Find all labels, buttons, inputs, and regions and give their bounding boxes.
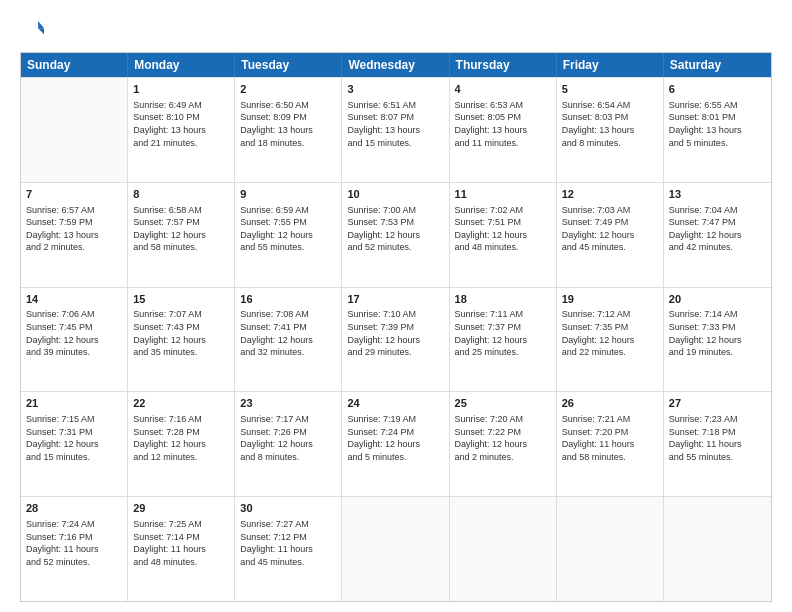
day-number: 9 bbox=[240, 187, 336, 202]
calendar-row-2: 14Sunrise: 7:06 AM Sunset: 7:45 PM Dayli… bbox=[21, 287, 771, 392]
day-number: 10 bbox=[347, 187, 443, 202]
page: SundayMondayTuesdayWednesdayThursdayFrid… bbox=[0, 0, 792, 612]
svg-marker-0 bbox=[38, 21, 44, 28]
calendar-cell: 5Sunrise: 6:54 AM Sunset: 8:03 PM Daylig… bbox=[557, 78, 664, 182]
header-day-thursday: Thursday bbox=[450, 53, 557, 77]
calendar-cell bbox=[450, 497, 557, 601]
day-number: 28 bbox=[26, 501, 122, 516]
cell-details: Sunrise: 7:02 AM Sunset: 7:51 PM Dayligh… bbox=[455, 204, 551, 254]
day-number: 12 bbox=[562, 187, 658, 202]
day-number: 17 bbox=[347, 292, 443, 307]
calendar-cell: 23Sunrise: 7:17 AM Sunset: 7:26 PM Dayli… bbox=[235, 392, 342, 496]
calendar-cell: 17Sunrise: 7:10 AM Sunset: 7:39 PM Dayli… bbox=[342, 288, 449, 392]
calendar-cell: 1Sunrise: 6:49 AM Sunset: 8:10 PM Daylig… bbox=[128, 78, 235, 182]
cell-details: Sunrise: 6:57 AM Sunset: 7:59 PM Dayligh… bbox=[26, 204, 122, 254]
calendar-cell bbox=[21, 78, 128, 182]
calendar-cell: 25Sunrise: 7:20 AM Sunset: 7:22 PM Dayli… bbox=[450, 392, 557, 496]
cell-details: Sunrise: 7:08 AM Sunset: 7:41 PM Dayligh… bbox=[240, 308, 336, 358]
calendar-cell: 16Sunrise: 7:08 AM Sunset: 7:41 PM Dayli… bbox=[235, 288, 342, 392]
calendar-cell: 9Sunrise: 6:59 AM Sunset: 7:55 PM Daylig… bbox=[235, 183, 342, 287]
cell-details: Sunrise: 7:10 AM Sunset: 7:39 PM Dayligh… bbox=[347, 308, 443, 358]
day-number: 29 bbox=[133, 501, 229, 516]
day-number: 16 bbox=[240, 292, 336, 307]
cell-details: Sunrise: 6:59 AM Sunset: 7:55 PM Dayligh… bbox=[240, 204, 336, 254]
calendar-row-0: 1Sunrise: 6:49 AM Sunset: 8:10 PM Daylig… bbox=[21, 77, 771, 182]
calendar-cell: 7Sunrise: 6:57 AM Sunset: 7:59 PM Daylig… bbox=[21, 183, 128, 287]
header-day-saturday: Saturday bbox=[664, 53, 771, 77]
day-number: 7 bbox=[26, 187, 122, 202]
header-day-sunday: Sunday bbox=[21, 53, 128, 77]
day-number: 11 bbox=[455, 187, 551, 202]
calendar-cell: 8Sunrise: 6:58 AM Sunset: 7:57 PM Daylig… bbox=[128, 183, 235, 287]
day-number: 22 bbox=[133, 396, 229, 411]
day-number: 6 bbox=[669, 82, 766, 97]
calendar-cell: 6Sunrise: 6:55 AM Sunset: 8:01 PM Daylig… bbox=[664, 78, 771, 182]
calendar-cell: 21Sunrise: 7:15 AM Sunset: 7:31 PM Dayli… bbox=[21, 392, 128, 496]
calendar-cell: 26Sunrise: 7:21 AM Sunset: 7:20 PM Dayli… bbox=[557, 392, 664, 496]
calendar-cell: 22Sunrise: 7:16 AM Sunset: 7:28 PM Dayli… bbox=[128, 392, 235, 496]
cell-details: Sunrise: 7:23 AM Sunset: 7:18 PM Dayligh… bbox=[669, 413, 766, 463]
header bbox=[20, 18, 772, 44]
calendar-row-3: 21Sunrise: 7:15 AM Sunset: 7:31 PM Dayli… bbox=[21, 391, 771, 496]
cell-details: Sunrise: 7:21 AM Sunset: 7:20 PM Dayligh… bbox=[562, 413, 658, 463]
day-number: 24 bbox=[347, 396, 443, 411]
cell-details: Sunrise: 7:04 AM Sunset: 7:47 PM Dayligh… bbox=[669, 204, 766, 254]
calendar-cell bbox=[664, 497, 771, 601]
cell-details: Sunrise: 7:25 AM Sunset: 7:14 PM Dayligh… bbox=[133, 518, 229, 568]
day-number: 20 bbox=[669, 292, 766, 307]
cell-details: Sunrise: 6:49 AM Sunset: 8:10 PM Dayligh… bbox=[133, 99, 229, 149]
cell-details: Sunrise: 7:27 AM Sunset: 7:12 PM Dayligh… bbox=[240, 518, 336, 568]
cell-details: Sunrise: 7:14 AM Sunset: 7:33 PM Dayligh… bbox=[669, 308, 766, 358]
calendar: SundayMondayTuesdayWednesdayThursdayFrid… bbox=[20, 52, 772, 602]
cell-details: Sunrise: 6:58 AM Sunset: 7:57 PM Dayligh… bbox=[133, 204, 229, 254]
calendar-cell: 13Sunrise: 7:04 AM Sunset: 7:47 PM Dayli… bbox=[664, 183, 771, 287]
day-number: 30 bbox=[240, 501, 336, 516]
day-number: 8 bbox=[133, 187, 229, 202]
day-number: 21 bbox=[26, 396, 122, 411]
cell-details: Sunrise: 7:20 AM Sunset: 7:22 PM Dayligh… bbox=[455, 413, 551, 463]
day-number: 18 bbox=[455, 292, 551, 307]
cell-details: Sunrise: 7:19 AM Sunset: 7:24 PM Dayligh… bbox=[347, 413, 443, 463]
cell-details: Sunrise: 7:07 AM Sunset: 7:43 PM Dayligh… bbox=[133, 308, 229, 358]
day-number: 2 bbox=[240, 82, 336, 97]
header-day-friday: Friday bbox=[557, 53, 664, 77]
header-day-wednesday: Wednesday bbox=[342, 53, 449, 77]
calendar-cell: 3Sunrise: 6:51 AM Sunset: 8:07 PM Daylig… bbox=[342, 78, 449, 182]
day-number: 13 bbox=[669, 187, 766, 202]
cell-details: Sunrise: 7:16 AM Sunset: 7:28 PM Dayligh… bbox=[133, 413, 229, 463]
header-day-monday: Monday bbox=[128, 53, 235, 77]
day-number: 26 bbox=[562, 396, 658, 411]
day-number: 19 bbox=[562, 292, 658, 307]
cell-details: Sunrise: 6:55 AM Sunset: 8:01 PM Dayligh… bbox=[669, 99, 766, 149]
cell-details: Sunrise: 7:00 AM Sunset: 7:53 PM Dayligh… bbox=[347, 204, 443, 254]
calendar-cell: 20Sunrise: 7:14 AM Sunset: 7:33 PM Dayli… bbox=[664, 288, 771, 392]
calendar-body: 1Sunrise: 6:49 AM Sunset: 8:10 PM Daylig… bbox=[21, 77, 771, 601]
cell-details: Sunrise: 7:11 AM Sunset: 7:37 PM Dayligh… bbox=[455, 308, 551, 358]
calendar-cell: 28Sunrise: 7:24 AM Sunset: 7:16 PM Dayli… bbox=[21, 497, 128, 601]
calendar-cell: 24Sunrise: 7:19 AM Sunset: 7:24 PM Dayli… bbox=[342, 392, 449, 496]
day-number: 25 bbox=[455, 396, 551, 411]
calendar-cell: 14Sunrise: 7:06 AM Sunset: 7:45 PM Dayli… bbox=[21, 288, 128, 392]
calendar-cell: 18Sunrise: 7:11 AM Sunset: 7:37 PM Dayli… bbox=[450, 288, 557, 392]
calendar-row-4: 28Sunrise: 7:24 AM Sunset: 7:16 PM Dayli… bbox=[21, 496, 771, 601]
svg-marker-1 bbox=[38, 28, 44, 34]
cell-details: Sunrise: 7:06 AM Sunset: 7:45 PM Dayligh… bbox=[26, 308, 122, 358]
cell-details: Sunrise: 6:51 AM Sunset: 8:07 PM Dayligh… bbox=[347, 99, 443, 149]
calendar-cell: 15Sunrise: 7:07 AM Sunset: 7:43 PM Dayli… bbox=[128, 288, 235, 392]
cell-details: Sunrise: 7:17 AM Sunset: 7:26 PM Dayligh… bbox=[240, 413, 336, 463]
cell-details: Sunrise: 6:53 AM Sunset: 8:05 PM Dayligh… bbox=[455, 99, 551, 149]
header-day-tuesday: Tuesday bbox=[235, 53, 342, 77]
calendar-header: SundayMondayTuesdayWednesdayThursdayFrid… bbox=[21, 53, 771, 77]
day-number: 4 bbox=[455, 82, 551, 97]
calendar-cell: 19Sunrise: 7:12 AM Sunset: 7:35 PM Dayli… bbox=[557, 288, 664, 392]
cell-details: Sunrise: 7:03 AM Sunset: 7:49 PM Dayligh… bbox=[562, 204, 658, 254]
cell-details: Sunrise: 7:15 AM Sunset: 7:31 PM Dayligh… bbox=[26, 413, 122, 463]
day-number: 15 bbox=[133, 292, 229, 307]
calendar-cell: 2Sunrise: 6:50 AM Sunset: 8:09 PM Daylig… bbox=[235, 78, 342, 182]
day-number: 3 bbox=[347, 82, 443, 97]
calendar-cell: 27Sunrise: 7:23 AM Sunset: 7:18 PM Dayli… bbox=[664, 392, 771, 496]
calendar-cell: 11Sunrise: 7:02 AM Sunset: 7:51 PM Dayli… bbox=[450, 183, 557, 287]
calendar-row-1: 7Sunrise: 6:57 AM Sunset: 7:59 PM Daylig… bbox=[21, 182, 771, 287]
calendar-cell bbox=[342, 497, 449, 601]
calendar-cell: 30Sunrise: 7:27 AM Sunset: 7:12 PM Dayli… bbox=[235, 497, 342, 601]
